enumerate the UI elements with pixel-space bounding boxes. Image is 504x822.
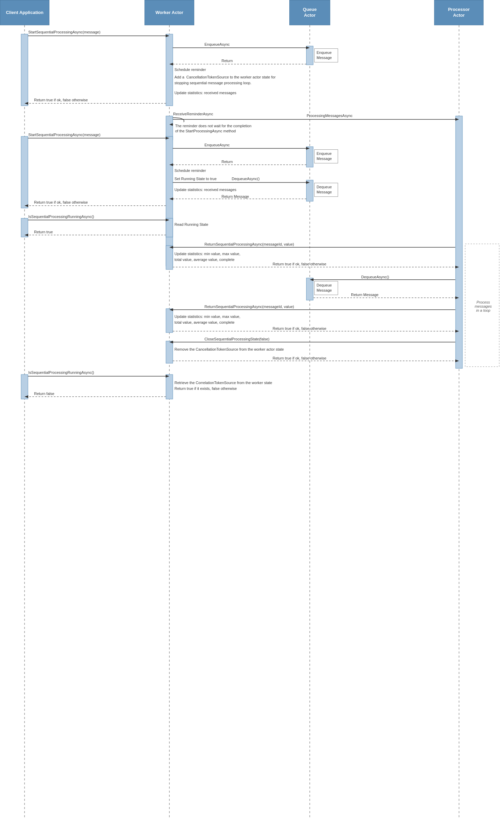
svg-rect-6 <box>306 46 313 65</box>
label-m26: ReturnSequentialProcessingAsync(messageI… <box>204 242 294 246</box>
svg-marker-29 <box>169 123 173 126</box>
svg-marker-51 <box>455 266 459 268</box>
label-m23: IsSequentialProcessingRunningAsync() <box>28 215 94 219</box>
label-m27: Update statistics: min value, max value,… <box>174 251 290 262</box>
note-reminder: The reminder does not wait for the compl… <box>173 122 289 135</box>
svg-marker-57 <box>169 308 173 311</box>
svg-marker-28 <box>25 102 28 105</box>
note-dequeue-1: DequeueMessage <box>314 183 338 197</box>
svg-rect-13 <box>21 218 28 237</box>
svg-rect-9 <box>21 136 28 208</box>
label-m8: Return true if ok, false otherwise <box>34 98 88 102</box>
svg-marker-31 <box>455 118 459 121</box>
svg-marker-41 <box>169 197 173 200</box>
svg-rect-20 <box>166 375 173 399</box>
svg-rect-14 <box>166 218 173 237</box>
label-m36: Remove the CancellationTokenSource from … <box>174 347 311 351</box>
svg-rect-7 <box>166 116 173 140</box>
label-m9: ReceiveReminderAsync <box>173 112 213 116</box>
label-m38: IsSequentialProcessingRunningAsync() <box>28 370 94 375</box>
svg-marker-22 <box>166 34 169 37</box>
svg-rect-8 <box>456 116 462 368</box>
actor-queue: QueueActor <box>289 0 330 25</box>
svg-rect-18 <box>166 341 173 363</box>
label-m25: Return true <box>34 230 53 234</box>
svg-marker-53 <box>310 278 314 281</box>
note-enqueue-1: EnqueueMessage <box>314 48 338 62</box>
label-m20: Update statistics: received messages <box>174 188 236 192</box>
svg-marker-49 <box>169 246 173 249</box>
label-m15: Return <box>222 160 233 164</box>
sequence-diagram: Client Application Worker Actor QueueAct… <box>0 0 504 822</box>
label-m33: Update statistics: min value, max value,… <box>174 314 290 325</box>
svg-marker-63 <box>455 359 459 362</box>
actor-processor: ProcessorActor <box>434 0 484 25</box>
svg-marker-59 <box>455 330 459 333</box>
label-m24: Read Running State <box>174 222 208 226</box>
svg-marker-24 <box>306 46 310 49</box>
actor-processor-label: ProcessorActor <box>448 7 470 18</box>
svg-marker-61 <box>169 341 173 343</box>
svg-marker-55 <box>455 296 459 299</box>
svg-marker-65 <box>166 375 169 378</box>
svg-rect-11 <box>306 147 313 167</box>
svg-rect-12 <box>306 180 313 201</box>
label-m21: Return Message <box>222 194 249 199</box>
svg-marker-33 <box>166 137 169 140</box>
actor-client: Client Application <box>0 0 49 25</box>
label-m22: Return true if ok, false otherwise <box>34 200 88 204</box>
label-m40: Return false <box>34 392 54 396</box>
svg-rect-4 <box>21 34 28 106</box>
note-enqueue-2: EnqueueMessage <box>314 149 338 163</box>
svg-rect-19 <box>21 375 28 399</box>
svg-marker-37 <box>169 163 173 166</box>
label-m32: ReturnSequentialProcessingAsync(messageI… <box>204 305 294 309</box>
label-m10: ProcessingMessagesAsync <box>307 114 353 118</box>
label-m37: Return true if ok, false otherwise <box>273 356 326 360</box>
label-m16: Schedule reminder <box>174 168 206 173</box>
svg-rect-5 <box>166 34 173 106</box>
label-m5: Schedule reminder <box>174 68 206 72</box>
label-m6: Add a CancellationTokenSource to the wor… <box>174 74 284 86</box>
actor-worker-label: Worker Actor <box>155 10 183 16</box>
svg-marker-47 <box>25 234 28 236</box>
svg-marker-45 <box>166 219 169 221</box>
label-m35: CloseSequentialProcessingState(false) <box>204 337 270 341</box>
label-m1: StartSequentialProcessingAsync(message) <box>28 30 101 34</box>
label-m31: Return Message <box>351 293 379 297</box>
actor-worker: Worker Actor <box>144 0 194 25</box>
loop-label: Processmessagesin a loop <box>466 300 500 312</box>
label-m4: Return <box>222 59 233 63</box>
label-m7: Update statistics: received messages <box>174 91 236 95</box>
label-m29: DequeueAsync() <box>361 275 389 279</box>
label-m12: StartSequentialProcessingAsync(message) <box>28 133 101 137</box>
svg-marker-67 <box>25 395 28 398</box>
svg-rect-15 <box>166 246 173 269</box>
note-dequeue-2: DequeueMessage <box>314 281 338 295</box>
svg-rect-16 <box>306 278 313 300</box>
label-m28: Return true if ok, false otherwise <box>273 262 326 266</box>
label-m18: DequeueAsync() <box>232 177 260 181</box>
label-m13: EnqueueAsync <box>204 143 230 147</box>
actor-client-label: Client Application <box>6 10 43 16</box>
label-m17: Set Running State to true <box>174 177 217 181</box>
label-m39: Retrieve the CorrelationTokenSource from… <box>174 380 311 391</box>
svg-marker-39 <box>306 181 310 184</box>
svg-rect-17 <box>166 309 173 333</box>
actor-queue-label: QueueActor <box>303 7 317 18</box>
svg-rect-10 <box>166 136 173 266</box>
svg-marker-26 <box>169 63 173 65</box>
svg-marker-43 <box>25 204 28 207</box>
svg-marker-35 <box>306 147 310 150</box>
label-m34: Return true if ok, false otherwise <box>273 326 326 331</box>
label-m2: EnqueueAsync <box>204 42 230 46</box>
